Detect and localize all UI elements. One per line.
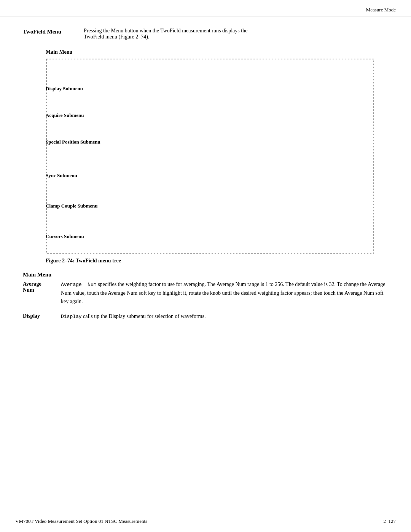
- display-description: Display Display calls up the Display sub…: [23, 312, 388, 321]
- menu-tree-diagram: Main Menu Average Num 32 Display Acquire…: [46, 49, 388, 258]
- twofield-description: Pressing the Menu button when the TwoFie…: [84, 28, 247, 40]
- twofield-intro: TwoField Menu Pressing the Menu button w…: [23, 28, 388, 40]
- menu-tree-svg: Average Num 32 Display Acquire Cursors R…: [46, 58, 377, 256]
- page-header: Measure Mode: [0, 0, 411, 16]
- average-num-text: Average Num specifies the weighting fact…: [61, 280, 388, 306]
- svg-rect-147: [46, 59, 374, 253]
- twofield-label: TwoField Menu: [23, 28, 72, 40]
- main-menu-heading: Main Menu: [23, 272, 388, 278]
- display-label: Display: [23, 312, 53, 321]
- average-num-label: Average Num: [23, 280, 53, 306]
- main-menu-section: Main Menu Average Num Average Num specif…: [23, 272, 388, 321]
- display-text: Display calls up the Display submenu for…: [61, 312, 388, 321]
- figure-caption: Figure 2–74: TwoField menu tree: [46, 258, 388, 264]
- average-num-description: Average Num Average Num specifies the we…: [23, 280, 388, 306]
- main-menu-label: Main Menu: [46, 49, 388, 55]
- footer-left: VM700T Video Measurement Set Option 01 N…: [15, 518, 147, 524]
- header-title: Measure Mode: [366, 7, 396, 13]
- page-content: TwoField Menu Pressing the Menu button w…: [0, 16, 411, 342]
- footer-right: 2–127: [384, 518, 396, 524]
- page-footer: VM700T Video Measurement Set Option 01 N…: [0, 515, 411, 524]
